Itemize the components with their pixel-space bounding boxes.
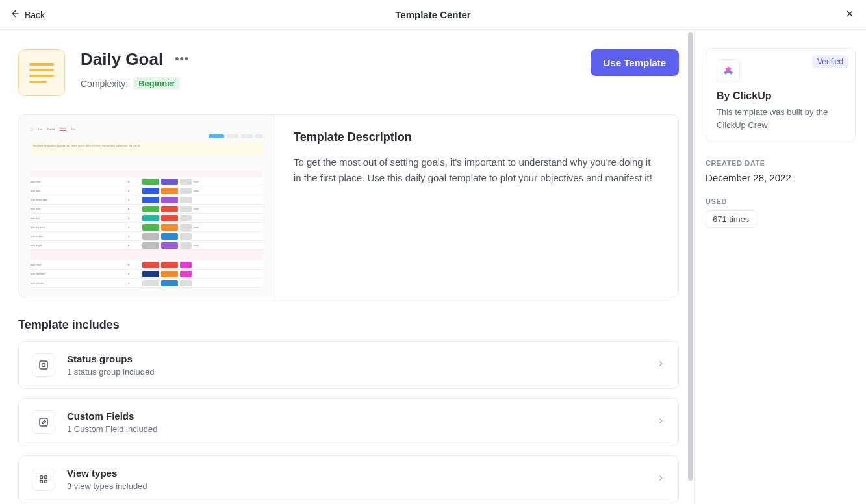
description-text: To get the most out of setting goals, it… [294,155,660,186]
decorative-line [29,63,54,66]
include-item-status-groups[interactable]: Status groups 1 status group included [18,341,679,389]
include-sub: 1 Custom Field included [67,424,644,434]
svg-rect-1 [42,364,45,367]
include-item-view-types[interactable]: View types 3 view types included [18,455,679,503]
scrollbar[interactable] [687,30,694,504]
more-menu-button[interactable]: ••• [175,53,189,66]
template-header: Daily Goal ••• Complexity: Beginner Use … [18,49,679,96]
include-item-custom-fields[interactable]: Custom Fields 1 Custom Field included [18,398,679,446]
include-name: Custom Fields [67,410,644,422]
close-icon [845,8,855,21]
include-name: Status groups [67,353,644,364]
includes-heading: Template includes [18,318,679,332]
complexity-label: Complexity: [81,79,128,89]
back-label: Back [25,10,45,20]
template-title: Daily Goal [81,49,163,69]
edit-icon [32,410,55,434]
use-template-button[interactable]: Use Template [591,49,679,76]
svg-rect-2 [40,418,47,426]
author-name: By ClickUp [717,90,845,102]
description-heading: Template Description [294,131,660,144]
main-panel: Daily Goal ••• Complexity: Beginner Use … [0,30,694,504]
template-icon [18,49,65,96]
sidebar: Verified By ClickUp This template was bu… [694,30,866,504]
scrollbar-thumb[interactable] [688,32,693,481]
svg-rect-4 [45,476,47,479]
decorative-line [29,69,54,71]
chevron-right-icon [656,473,665,485]
template-preview-image: ▢ListBoardGanttDoc Template description … [19,115,275,297]
clickup-logo-icon [717,59,740,82]
template-header-text: Daily Goal ••• Complexity: Beginner [81,49,575,90]
svg-rect-6 [45,481,47,483]
topbar: Back Template Center [0,0,866,30]
include-sub: 1 status group included [67,367,644,377]
decorative-line [29,75,54,77]
grid-icon [32,468,55,491]
decorative-line [29,81,47,83]
chevron-right-icon [656,359,665,371]
complexity-badge: Beginner [133,77,180,90]
page-title: Template Center [395,9,470,20]
author-card: Verified By ClickUp This template was bu… [706,48,856,142]
back-button[interactable]: Back [10,8,45,21]
svg-rect-0 [40,361,47,369]
chevron-right-icon [656,416,665,428]
include-name: View types [67,468,644,479]
include-sub: 3 view types included [67,481,644,491]
arrow-left-icon [10,8,21,21]
author-desc: This template was built by the ClickUp C… [717,106,845,131]
used-label: USED [706,197,856,205]
verified-badge: Verified [812,55,848,68]
description-card: ▢ListBoardGanttDoc Template description … [18,114,679,297]
created-date-label: CREATED DATE [706,159,856,167]
used-value: 671 times [706,210,756,228]
description-body: Template Description To get the most out… [275,115,678,297]
svg-rect-5 [40,481,43,483]
created-date-value: December 28, 2022 [706,172,856,183]
content: Daily Goal ••• Complexity: Beginner Use … [0,30,866,504]
close-button[interactable] [844,9,856,21]
svg-rect-3 [40,476,43,479]
status-icon [32,353,55,377]
